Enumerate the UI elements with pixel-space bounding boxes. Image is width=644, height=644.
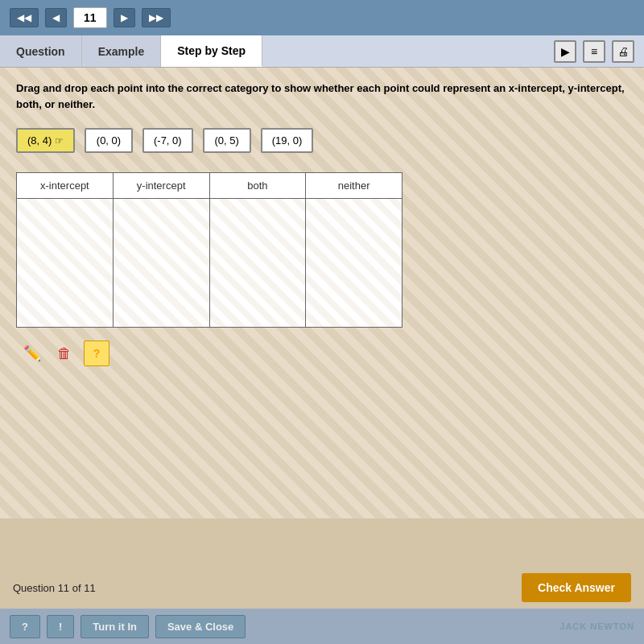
point-label-p5: (19, 0): [272, 134, 303, 147]
footer-btn-saveclose[interactable]: Save & Close: [155, 615, 246, 638]
drop-table: x-intercept y-intercept both neither: [16, 172, 402, 328]
question-count-label: Question 11 of 11: [13, 582, 96, 594]
question-number: 11: [73, 7, 107, 28]
check-answer-button[interactable]: Check Answer: [522, 573, 631, 602]
print-icon-btn[interactable]: 🖨: [612, 40, 634, 63]
col-header-both: both: [209, 173, 306, 199]
drop-zone-neither[interactable]: [306, 199, 402, 328]
drop-zone-both[interactable]: [209, 199, 306, 328]
footer-btn-help[interactable]: ?: [10, 615, 40, 638]
top-nav: ◀◀ ◀ 11 ▶ ▶▶: [0, 0, 644, 35]
status-bar: Question 11 of 11 Check Answer: [0, 567, 644, 609]
footer-btn-exclaim[interactable]: !: [47, 615, 74, 638]
cursor-icon: ☞: [55, 135, 64, 147]
point-chip-p3[interactable]: (-7, 0): [142, 128, 193, 153]
book-icon-btn[interactable]: ≡: [583, 40, 605, 63]
drop-zone-x-intercept[interactable]: [17, 199, 114, 328]
play-icon-btn[interactable]: ▶: [554, 40, 576, 63]
pencil-tool[interactable]: ✏️: [19, 341, 45, 366]
trash-tool[interactable]: 🗑: [52, 341, 77, 366]
point-chip-p4[interactable]: (0, 5): [203, 128, 251, 153]
watermark: JACK NEWTON: [559, 621, 634, 631]
point-label-p1: (8, 4): [27, 134, 52, 147]
instructions-text: Drag and drop each point into the correc…: [16, 80, 628, 112]
point-chip-p1[interactable]: (8, 4) ☞: [16, 128, 75, 153]
col-header-y-intercept: y-intercept: [113, 173, 209, 199]
back-button[interactable]: ◀: [45, 8, 67, 27]
point-chip-p2[interactable]: (0, 0): [85, 128, 133, 153]
help-tool[interactable]: ?: [84, 341, 109, 366]
footer-bar: ? ! Turn it In Save & Close JACK NEWTON: [0, 609, 644, 644]
point-label-p3: (-7, 0): [154, 134, 182, 147]
col-header-x-intercept: x-intercept: [17, 173, 114, 199]
forward-button[interactable]: ▶: [114, 8, 135, 27]
point-label-p4: (0, 5): [214, 134, 238, 147]
tab-icons: ▶ ≡ 🖨: [554, 35, 644, 67]
tab-example[interactable]: Example: [82, 35, 162, 67]
content-area: Drag and drop each point into the correc…: [0, 68, 644, 518]
point-label-p2: (0, 0): [97, 134, 121, 147]
drop-zone-y-intercept[interactable]: [113, 199, 209, 328]
tab-bar: Question Example Step by Step ▶ ≡ 🖨: [0, 35, 644, 68]
bottom-toolbar: ✏️ 🗑 ?: [16, 341, 628, 366]
point-chip-p5[interactable]: (19, 0): [261, 128, 314, 153]
footer-btn-turnin[interactable]: Turn it In: [80, 615, 149, 638]
main-container: ◀◀ ◀ 11 ▶ ▶▶ Question Example Step by St…: [0, 0, 644, 644]
points-row: (8, 4) ☞ (0, 0) (-7, 0) (0, 5) (19, 0): [16, 128, 628, 153]
col-header-neither: neither: [306, 173, 402, 199]
tab-stepbystep[interactable]: Step by Step: [161, 35, 262, 67]
tab-question[interactable]: Question: [0, 35, 82, 67]
back-double-button[interactable]: ◀◀: [10, 8, 39, 27]
forward-double-button[interactable]: ▶▶: [142, 8, 171, 27]
